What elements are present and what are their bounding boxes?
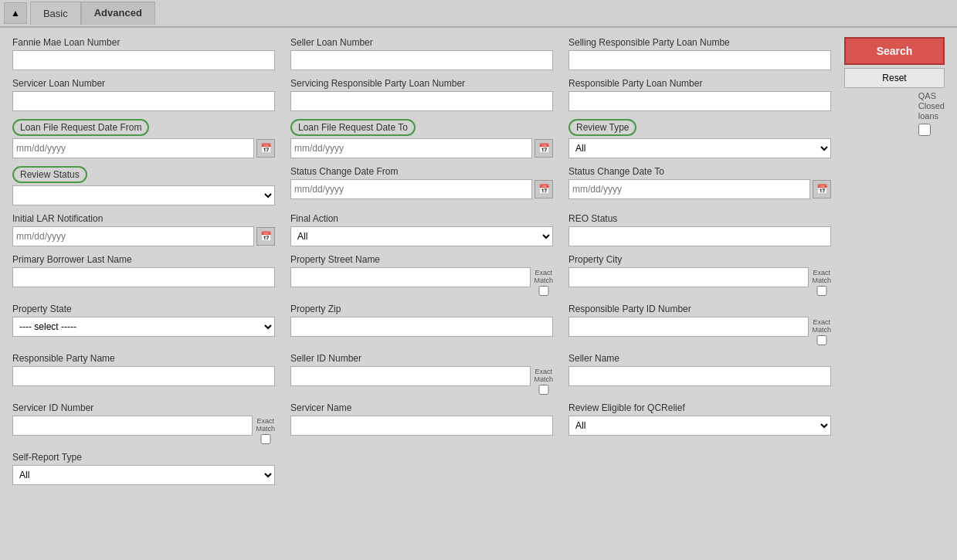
status-change-to-cal-wrapper: 📅 [568, 179, 831, 199]
initial-lar-cal-wrapper: 📅 [12, 226, 275, 246]
responsible-party-id-match-wrapper: ExactMatch [568, 317, 831, 345]
property-street-input[interactable] [290, 267, 531, 287]
servicing-rp-group: Servicing Responsible Party Loan Number [290, 78, 553, 111]
exact-match-label-city: ExactMatch [812, 269, 831, 284]
selling-rp-input[interactable] [568, 50, 831, 70]
responsible-party-id-group: Responsible Party ID Number ExactMatch [568, 304, 831, 345]
property-city-input[interactable] [568, 267, 809, 287]
loan-file-to-cal-button[interactable]: 📅 [534, 139, 553, 158]
status-change-from-cal-wrapper: 📅 [290, 179, 553, 199]
seller-id-exact-match-checkbox[interactable] [538, 385, 549, 395]
seller-name-label: Seller Name [568, 353, 831, 364]
property-state-select[interactable]: ---- select ----- [12, 317, 275, 337]
primary-borrower-label: Primary Borrower Last Name [12, 254, 275, 265]
servicer-id-exact-match-checkbox[interactable] [260, 434, 271, 444]
property-state-group: Property State ---- select ----- [12, 304, 275, 345]
selling-rp-label: Selling Responsible Party Loan Numbe [568, 37, 831, 48]
loan-file-to-label: Loan File Request Date To [290, 119, 416, 136]
initial-lar-group: Initial LAR Notification 📅 [12, 213, 275, 246]
servicer-id-input[interactable] [12, 416, 253, 436]
seller-loan-label: Seller Loan Number [290, 37, 553, 48]
fannie-mae-loan-input[interactable] [12, 50, 275, 70]
review-status-group: Review Status [12, 166, 275, 205]
servicer-loan-group: Servicer Loan Number [12, 78, 275, 111]
status-change-to-cal-button[interactable]: 📅 [813, 180, 831, 199]
self-report-select[interactable]: All [12, 465, 275, 485]
reo-status-input[interactable] [568, 226, 831, 246]
loan-file-from-label: Loan File Request Date From [12, 119, 149, 136]
property-street-exact-match-checkbox[interactable] [538, 286, 549, 296]
property-street-match-wrapper: ExactMatch [290, 267, 553, 296]
servicer-name-group: Servicer Name [290, 402, 553, 444]
tab-up-button[interactable]: ▲ [4, 2, 27, 24]
status-change-from-input[interactable] [290, 179, 532, 199]
responsible-party-name-input[interactable] [12, 366, 275, 386]
loan-file-from-input[interactable] [12, 138, 254, 158]
qas-checkbox[interactable] [918, 124, 931, 136]
property-city-exact-match: ExactMatch [812, 267, 831, 296]
primary-borrower-input[interactable] [12, 267, 275, 287]
responsible-party-loan-group: Responsible Party Loan Number [568, 78, 831, 111]
servicer-name-input[interactable] [290, 416, 553, 436]
responsible-party-id-input[interactable] [568, 317, 809, 337]
initial-lar-input[interactable] [12, 226, 254, 246]
main-content: Search Reset QASClosedloans Fannie Mae L… [0, 28, 957, 560]
seller-id-input[interactable] [290, 366, 531, 386]
loan-file-to-input[interactable] [290, 138, 532, 158]
loan-file-to-group: Loan File Request Date To 📅 [290, 119, 553, 158]
property-zip-label: Property Zip [290, 304, 553, 314]
initial-lar-cal-button[interactable]: 📅 [256, 227, 275, 246]
property-city-exact-match-checkbox[interactable] [816, 286, 827, 296]
tab-basic[interactable]: Basic [30, 2, 81, 25]
property-city-match-wrapper: ExactMatch [568, 267, 831, 296]
status-change-from-cal-button[interactable]: 📅 [534, 180, 553, 199]
qc-relief-group: Review Eligible for QCRelief All [568, 402, 831, 444]
reo-status-label: REO Status [568, 213, 831, 224]
property-street-group: Property Street Name ExactMatch [290, 254, 553, 296]
loan-file-from-cal-button[interactable]: 📅 [256, 139, 275, 158]
final-action-group: Final Action All [290, 213, 553, 246]
seller-id-group: Seller ID Number ExactMatch [290, 353, 553, 395]
final-action-select[interactable]: All [290, 226, 553, 246]
property-street-label: Property Street Name [290, 254, 553, 265]
qc-relief-label: Review Eligible for QCRelief [568, 402, 831, 413]
property-city-group: Property City ExactMatch [568, 254, 831, 296]
review-type-select[interactable]: All [568, 138, 831, 158]
exact-match-label-street: ExactMatch [534, 269, 553, 284]
review-type-group: Review Type All [568, 119, 831, 158]
responsible-party-loan-input[interactable] [568, 91, 831, 111]
seller-id-label: Seller ID Number [290, 353, 553, 364]
form-grid: Fannie Mae Loan Number Seller Loan Numbe… [12, 37, 831, 485]
seller-id-exact-match: ExactMatch [534, 366, 553, 395]
tab-advanced[interactable]: Advanced [81, 2, 155, 25]
selling-rp-group: Selling Responsible Party Loan Numbe [568, 37, 831, 70]
seller-loan-input[interactable] [290, 50, 553, 70]
responsible-party-name-label: Responsible Party Name [12, 353, 275, 364]
qas-section: QASClosedloans [918, 91, 945, 136]
servicing-rp-input[interactable] [290, 91, 553, 111]
servicer-name-label: Servicer Name [290, 402, 553, 413]
seller-name-input[interactable] [568, 366, 831, 386]
loan-file-from-group: Loan File Request Date From 📅 [12, 119, 275, 158]
qc-relief-select[interactable]: All [568, 416, 831, 436]
fannie-mae-loan-group: Fannie Mae Loan Number [12, 37, 275, 70]
review-status-select[interactable] [12, 185, 275, 205]
loan-file-from-cal-wrapper: 📅 [12, 138, 275, 158]
final-action-label: Final Action [290, 213, 553, 224]
servicer-id-label: Servicer ID Number [12, 402, 275, 413]
review-status-label: Review Status [12, 166, 87, 183]
reset-button[interactable]: Reset [844, 68, 945, 88]
responsible-party-id-exact-match: ExactMatch [812, 317, 831, 345]
self-report-label: Self-Report Type [12, 452, 275, 463]
servicer-loan-input[interactable] [12, 91, 275, 111]
seller-name-group: Seller Name [568, 353, 831, 395]
responsible-party-id-exact-match-checkbox[interactable] [816, 335, 827, 345]
property-zip-input[interactable] [290, 317, 553, 337]
status-change-to-label: Status Change Date To [568, 166, 831, 177]
exact-match-label-rpid: ExactMatch [812, 318, 831, 334]
status-change-to-group: Status Change Date To 📅 [568, 166, 831, 205]
search-button[interactable]: Search [844, 37, 945, 65]
seller-id-match-wrapper: ExactMatch [290, 366, 553, 395]
property-state-label: Property State [12, 304, 275, 314]
status-change-to-input[interactable] [568, 179, 810, 199]
